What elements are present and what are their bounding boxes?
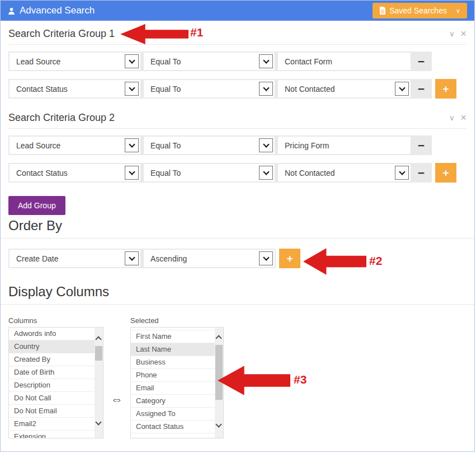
operator-select[interactable]: Equal To xyxy=(144,53,275,70)
chevron-down-icon[interactable] xyxy=(259,251,273,265)
operator-select-value: Equal To xyxy=(144,57,259,66)
operator-select[interactable]: Equal To xyxy=(144,164,275,181)
remove-row-button[interactable]: − xyxy=(411,52,432,71)
value-input[interactable]: Pricing Form xyxy=(278,137,411,154)
chevron-down-icon[interactable] xyxy=(125,54,139,68)
divider xyxy=(1,238,474,239)
field-select-value: Contact Status xyxy=(10,169,125,178)
chevron-down-icon[interactable] xyxy=(125,251,139,265)
operator-select-value: Equal To xyxy=(144,141,259,150)
available-columns-panel: Columns Adwords info Country Created By … xyxy=(8,316,103,438)
value-select[interactable]: Not Contacted xyxy=(278,80,411,97)
display-columns-heading: Display Columns xyxy=(8,284,466,300)
display-columns-section: Columns Adwords info Country Created By … xyxy=(8,316,466,438)
field-select-value: Lead Source xyxy=(10,141,125,150)
list-item[interactable]: Description xyxy=(9,379,103,392)
order-direction-select[interactable]: Ascending xyxy=(144,250,275,267)
list-item[interactable]: Do Not Email xyxy=(9,405,103,418)
field-select-value: Contact Status xyxy=(10,85,125,94)
list-item[interactable]: Business xyxy=(131,356,223,369)
value-input-text: Pricing Form xyxy=(278,141,411,150)
order-field-select[interactable]: Create Date xyxy=(10,250,140,267)
scroll-up-icon[interactable] xyxy=(95,336,101,342)
divider xyxy=(1,304,474,305)
selected-columns-panel: Selected First Name Last Name Business P… xyxy=(130,316,224,438)
swap-arrows-icon: ⇔ xyxy=(103,316,130,438)
criteria-row: Lead Source Equal To Contact Form − xyxy=(8,52,466,71)
chevron-down-icon[interactable] xyxy=(125,82,139,96)
chevron-down-icon[interactable] xyxy=(395,82,409,96)
remove-row-button[interactable]: − xyxy=(411,136,432,155)
scroll-down-icon[interactable] xyxy=(215,421,221,427)
available-columns-list[interactable]: Adwords info Country Created By Date of … xyxy=(8,327,103,438)
remove-row-button[interactable]: − xyxy=(411,163,432,183)
order-direction-value: Ascending xyxy=(144,254,259,263)
add-order-button[interactable]: + xyxy=(279,249,300,268)
operator-select-value: Equal To xyxy=(144,169,259,178)
remove-row-button[interactable]: − xyxy=(411,79,432,99)
collapse-group-button[interactable]: ∨ xyxy=(449,29,455,38)
criteria-row-strip: Lead Source Equal To Pricing Form − xyxy=(8,136,432,155)
chevron-down-icon[interactable] xyxy=(259,54,273,68)
value-select-value: Not Contacted xyxy=(278,85,395,94)
saved-searches-button[interactable]: Saved Searches ∨ xyxy=(373,3,467,18)
value-select-value: Not Contacted xyxy=(278,169,395,178)
list-item[interactable]: Phone xyxy=(131,369,223,382)
list-item[interactable]: Do Not Call xyxy=(9,392,103,405)
chevron-down-icon[interactable] xyxy=(259,82,273,96)
field-select[interactable]: Lead Source xyxy=(10,53,140,70)
scrollbar[interactable] xyxy=(95,328,103,438)
divider xyxy=(8,44,466,45)
list-item[interactable]: Assigned To xyxy=(131,408,223,421)
list-item[interactable]: Created By xyxy=(9,353,103,366)
app-header: Advanced Search Saved Searches ∨ xyxy=(1,1,474,21)
page-title: Advanced Search xyxy=(20,5,95,16)
list-item[interactable]: Email2 xyxy=(9,418,103,431)
add-group-button[interactable]: Add Group xyxy=(8,196,65,215)
criteria-row: Contact Status Equal To Not Contacted − … xyxy=(8,163,466,183)
order-by-heading: Order By xyxy=(8,218,466,233)
scroll-down-icon[interactable] xyxy=(95,419,101,425)
value-input[interactable]: Contact Form xyxy=(278,53,411,70)
field-select[interactable]: Contact Status xyxy=(10,164,140,181)
add-row-button[interactable]: + xyxy=(435,79,456,99)
scroll-thumb[interactable] xyxy=(95,346,102,361)
criteria-group-1-header: Search Criteria Group 1 ∨ × xyxy=(8,27,466,40)
scroll-up-icon[interactable] xyxy=(215,335,221,341)
chevron-down-icon[interactable] xyxy=(259,166,273,180)
add-row-button[interactable]: + xyxy=(435,163,456,183)
group-title: Search Criteria Group 2 xyxy=(8,112,115,124)
field-select-value: Lead Source xyxy=(10,57,125,66)
selected-columns-list[interactable]: First Name Last Name Business Phone Emai… xyxy=(130,327,224,438)
list-item-highlighted[interactable]: Last Name xyxy=(131,343,223,356)
list-item-highlighted[interactable]: Country xyxy=(9,340,103,353)
collapse-group-button[interactable]: ∨ xyxy=(449,113,455,122)
criteria-row-strip: Contact Status Equal To Not Contacted − xyxy=(8,79,432,99)
list-item[interactable]: Email xyxy=(131,382,223,395)
criteria-group-2-header: Search Criteria Group 2 ∨ × xyxy=(8,111,466,124)
list-item[interactable]: Category xyxy=(131,395,223,408)
chevron-down-icon[interactable] xyxy=(259,138,273,152)
scroll-thumb[interactable] xyxy=(215,345,223,400)
chevron-down-icon[interactable] xyxy=(125,138,139,152)
operator-select[interactable]: Equal To xyxy=(144,80,275,97)
list-item[interactable]: Extension xyxy=(9,431,103,438)
field-select[interactable]: Contact Status xyxy=(10,80,140,97)
criteria-row-strip: Contact Status Equal To Not Contacted − xyxy=(8,163,432,183)
list-item[interactable]: Adwords info xyxy=(9,328,103,340)
criteria-row: Lead Source Equal To Pricing Form − xyxy=(8,136,466,155)
operator-select[interactable]: Equal To xyxy=(144,137,275,154)
close-group-button[interactable]: × xyxy=(460,111,466,124)
field-select[interactable]: Lead Source xyxy=(10,137,140,154)
chevron-down-icon[interactable] xyxy=(395,166,409,180)
value-input-text: Contact Form xyxy=(278,57,411,66)
chevron-down-icon[interactable] xyxy=(125,166,139,180)
list-item[interactable]: Date of Birth xyxy=(9,366,103,379)
list-item[interactable]: Contact Status xyxy=(131,421,223,433)
close-group-button[interactable]: × xyxy=(460,27,466,40)
scrollbar[interactable] xyxy=(215,328,223,438)
value-select[interactable]: Not Contacted xyxy=(278,164,411,181)
criteria-row: Contact Status Equal To Not Contacted − … xyxy=(8,79,466,99)
list-item[interactable]: First Name xyxy=(131,330,223,343)
selected-label: Selected xyxy=(130,316,224,325)
